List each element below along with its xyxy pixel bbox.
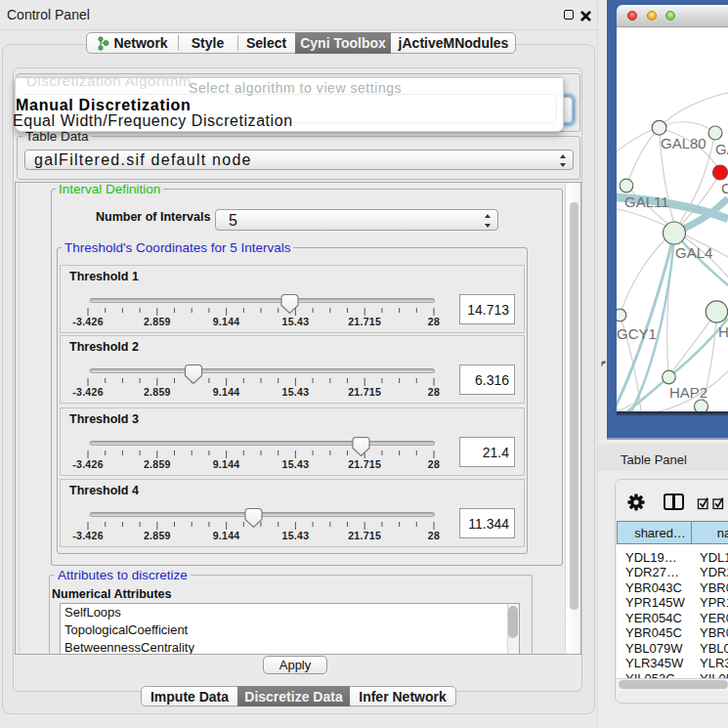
svg-text:2.859: 2.859 [144, 386, 171, 398]
svg-text:-3.426: -3.426 [72, 458, 104, 470]
svg-text:2.859: 2.859 [144, 530, 171, 541]
svg-text:GAL11: GAL11 [624, 193, 669, 210]
svg-text:GCY1: GCY1 [617, 325, 657, 342]
svg-text:9.144: 9.144 [213, 458, 240, 470]
svg-text:28: 28 [428, 530, 440, 541]
svg-text:21.715: 21.715 [348, 386, 381, 398]
svg-text:HAP2: HAP2 [669, 384, 707, 401]
svg-text:GAL4: GAL4 [675, 244, 712, 261]
svg-text:-3.426: -3.426 [72, 386, 104, 398]
svg-text:9.144: 9.144 [213, 386, 240, 398]
svg-text:21.715: 21.715 [348, 530, 381, 541]
svg-text:15.43: 15.43 [282, 530, 310, 541]
svg-text:28: 28 [428, 316, 440, 327]
svg-text:9.144: 9.144 [213, 316, 240, 327]
svg-text:15.43: 15.43 [282, 458, 310, 470]
svg-text:-3.426: -3.426 [72, 316, 104, 327]
svg-text:2.859: 2.859 [144, 458, 171, 470]
svg-text:C: C [721, 180, 728, 196]
svg-text:21.715: 21.715 [348, 458, 381, 470]
svg-text:-3.426: -3.426 [72, 530, 104, 541]
svg-text:GAL80: GAL80 [661, 135, 707, 151]
svg-text:21.715: 21.715 [348, 316, 381, 327]
svg-text:9.144: 9.144 [213, 530, 240, 541]
svg-text:15.43: 15.43 [282, 316, 310, 327]
svg-text:28: 28 [428, 458, 440, 470]
svg-text:2.859: 2.859 [144, 316, 171, 327]
svg-text:GA: GA [715, 141, 728, 157]
svg-text:H: H [718, 323, 728, 340]
svg-text:28: 28 [428, 386, 440, 398]
svg-text:15.43: 15.43 [282, 386, 310, 398]
